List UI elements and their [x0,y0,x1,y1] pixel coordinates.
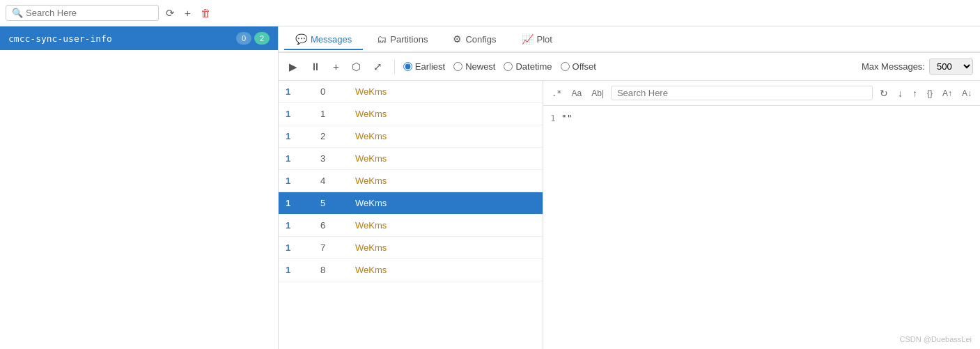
trash-icon[interactable]: 🗑 [198,6,214,20]
cell-value: WeKms [355,109,387,119]
table-row[interactable]: 14WeKms [279,170,543,192]
scroll-down-icon[interactable]: ↓ [895,86,905,100]
radio-newest[interactable]: Newest [453,61,495,72]
filter-button[interactable]: ⬡ [348,59,364,75]
cell-offset: 5 [320,198,341,208]
table-row[interactable]: 15WeKms [279,192,543,215]
badge-partitions: 0 [236,32,251,45]
table-row[interactable]: 18WeKms [279,259,543,281]
radio-earliest-label: Earliest [415,61,445,72]
table-row[interactable]: 11WeKms [279,103,543,125]
expand-button[interactable]: ⤢ [370,59,386,75]
tab-configs[interactable]: ⚙ Configs [442,29,507,50]
cell-value: WeKms [355,86,387,97]
tab-plot[interactable]: 📈 Plot [511,29,563,50]
content-area: 10WeKms11WeKms12WeKms13WeKms14WeKms15WeK… [279,81,980,349]
configs-tab-icon: ⚙ [453,33,462,45]
tab-partitions-label: Partitions [390,34,428,45]
tab-configs-label: Configs [465,34,496,45]
radio-offset[interactable]: Offset [561,61,596,72]
tab-messages-label: Messages [311,34,352,45]
font-increase-icon[interactable]: A↑ [940,87,955,100]
topic-name: cmcc-sync-user-info [8,33,233,44]
cell-value: WeKms [355,265,387,275]
cell-value: WeKms [355,242,387,253]
messages-toolbar: ▶ ⏸ + ⬡ ⤢ Earliest Newest [279,53,980,81]
badge-messages: 2 [254,32,270,45]
cell-value: WeKms [355,198,387,208]
cell-value: WeKms [355,176,387,186]
table-row[interactable]: 13WeKms [279,148,543,170]
max-messages-select[interactable]: 500 100 1000 [929,59,973,75]
cell-offset: 7 [320,242,341,253]
watermark: CSDN @DuebassLei [900,335,972,343]
max-messages-label: Max Messages: [862,61,925,72]
table-row[interactable]: 10WeKms [279,81,543,103]
cell-value: WeKms [355,220,387,231]
detail-toolbar: .* Aa Ab| ↻ ↓ ↑ {} A↑ A↓ [543,81,980,106]
refresh-icon[interactable]: ↻ [877,86,891,100]
radio-newest-label: Newest [465,61,495,72]
top-search-box[interactable]: 🔍 [6,5,159,21]
detail-search-input[interactable] [617,88,866,98]
regex-icon[interactable]: .* [549,87,564,100]
detail-content: 1"" [543,106,980,349]
tab-messages[interactable]: 💬 Messages [284,29,363,50]
cell-partition: 1 [286,153,306,164]
toolbar-divider [394,60,395,74]
pause-button[interactable]: ⏸ [306,59,324,75]
messages-tab-icon: 💬 [295,33,307,45]
cell-partition: 1 [286,265,306,275]
radio-offset-label: Offset [573,61,596,72]
cell-offset: 3 [320,153,341,164]
cell-value: WeKms [355,153,387,164]
cell-offset: 4 [320,176,341,186]
cell-partition: 1 [286,242,306,253]
case-sensitive-icon[interactable]: Aa [568,87,584,100]
sidebar: cmcc-sync-user-info 0 2 [0,26,279,349]
cell-offset: 6 [320,220,341,231]
cell-value: WeKms [355,131,387,141]
plus-icon[interactable]: + [182,6,194,20]
add-message-button[interactable]: + [329,59,343,75]
sync-icon[interactable]: ⟳ [163,6,178,21]
radio-datetime[interactable]: Datetime [504,61,552,72]
play-button[interactable]: ▶ [286,59,301,75]
table-row[interactable]: 16WeKms [279,215,543,237]
cell-offset: 2 [320,131,341,141]
offset-radio-group: Earliest Newest Datetime Offset [403,61,596,72]
tab-partitions[interactable]: 🗂 Partitions [366,29,439,50]
radio-datetime-label: Datetime [515,61,552,72]
cell-partition: 1 [286,198,306,208]
line-number: 1 [550,113,556,123]
cell-partition: 1 [286,86,306,97]
right-panel: 💬 Messages 🗂 Partitions ⚙ Configs 📈 Plot [279,26,980,349]
main-layout: cmcc-sync-user-info 0 2 💬 Messages 🗂 Par… [0,26,980,349]
cell-offset: 8 [320,265,341,275]
cell-offset: 0 [320,86,341,97]
sidebar-item-topic[interactable]: cmcc-sync-user-info 0 2 [0,26,278,50]
tabs-bar: 💬 Messages 🗂 Partitions ⚙ Configs 📈 Plot [279,26,980,53]
plot-tab-icon: 📈 [522,33,534,45]
table-row[interactable]: 17WeKms [279,237,543,259]
detail-value: "" [561,113,573,123]
message-table: 10WeKms11WeKms12WeKms13WeKms14WeKms15WeK… [279,81,543,349]
search-icon: 🔍 [12,8,23,18]
detail-panel: .* Aa Ab| ↻ ↓ ↑ {} A↑ A↓ 1"" [543,81,980,349]
cell-partition: 1 [286,109,306,119]
radio-earliest[interactable]: Earliest [403,61,445,72]
scroll-up-icon[interactable]: ↑ [910,86,920,100]
top-search-input[interactable] [26,8,137,18]
cell-offset: 1 [320,109,341,119]
cell-partition: 1 [286,220,306,231]
app-container: 🔍 ⟳ + 🗑 cmcc-sync-user-info 0 2 💬 Messag… [0,0,980,349]
cell-partition: 1 [286,176,306,186]
tab-plot-label: Plot [537,34,552,45]
format-icon[interactable]: {} [924,87,935,100]
word-match-icon[interactable]: Ab| [589,87,607,100]
detail-search-box[interactable] [611,86,873,100]
top-bar: 🔍 ⟳ + 🗑 [0,0,980,26]
cell-partition: 1 [286,131,306,141]
font-decrease-icon[interactable]: A↓ [959,87,974,100]
table-row[interactable]: 12WeKms [279,125,543,148]
